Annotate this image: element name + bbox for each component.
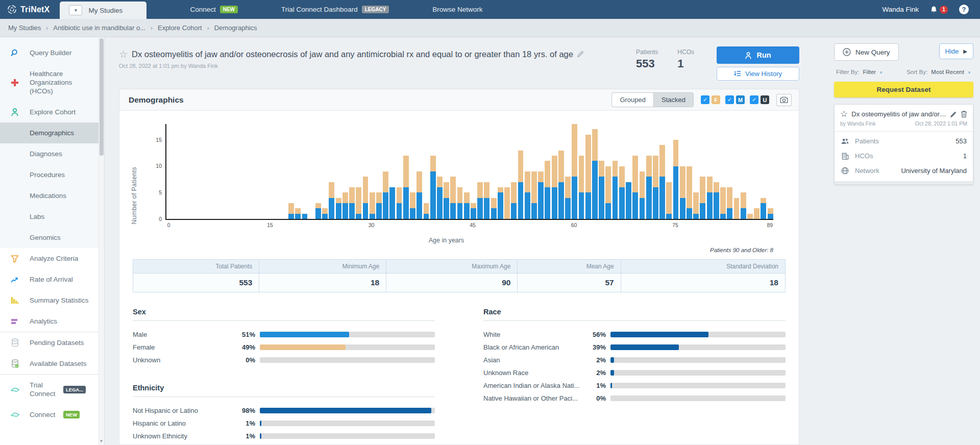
card-footer-strip [835,181,973,184]
card-row-patients: Patients 553 [835,134,973,149]
x-axis-ticks: 0153045607589 [165,222,773,230]
breadcrumb-study[interactable]: Antibiotic use in mandibular o... [53,24,145,32]
sidebar-item-connect[interactable]: Connect NEW [0,404,104,425]
sidebar-item-labs[interactable]: Labs [0,206,104,227]
request-dataset-button[interactable]: Request Dataset [834,82,973,97]
male-segment [424,214,429,219]
sidebar-item-demographics[interactable]: Demographics [0,122,104,143]
male-segment [457,203,463,219]
new-query-button[interactable]: New Query [834,43,899,61]
medical-cross-icon [0,79,30,87]
sidebar-item-rate-of-arrival[interactable]: Rate of Arrival [0,269,104,290]
filter-value[interactable]: Filter [863,69,876,75]
sort-by-control[interactable]: Sort By: Most Recent ▼ [906,69,971,75]
hide-panel-button[interactable]: Hide ▶ [939,43,973,59]
dist-label: Native Hawaiian or Other Paci... [483,394,584,402]
nav-tcd-label: Trial Connect Dashboard [281,6,358,13]
age-bar-age-76 [679,124,686,219]
dist-percent: 49% [234,343,255,351]
trinetx-logo[interactable]: TriNetX [0,0,60,19]
y-tick-0: 0 [159,216,166,222]
favorite-star-icon[interactable]: ☆ [840,110,848,118]
age-bar-age-0 [166,124,173,219]
breadcrumb-separator: › [207,24,209,32]
breadcrumb-my-studies[interactable]: My Studies [8,24,41,32]
age-bar-age-30 [369,124,376,219]
male-segment [572,177,577,219]
x-axis-label: Age in years [119,237,773,244]
sidebar-item-medications[interactable]: Medications [0,185,104,206]
view-history-button[interactable]: View History [717,67,799,81]
dist-bar-fill [260,332,349,337]
male-segment [397,203,402,219]
female-segment [471,203,476,208]
sidebar-item-query-builder[interactable]: Query Builder [0,42,104,63]
age-stats-header-row: Total PatientsMinimum AgeMaximum AgeMean… [133,260,786,274]
dist-bar-fill [610,357,614,363]
user-menu[interactable]: Wanda Fink [882,6,919,13]
male-segment [579,192,584,219]
y-tick-15: 15 [156,137,166,143]
filter-by-control[interactable]: Filter By: Filter ▼ [836,69,883,75]
female-segment [653,156,658,187]
sidebar-item-procedures[interactable]: Procedures [0,164,104,185]
nav-item-browse-network[interactable]: Browse Network [432,0,482,19]
notifications-button[interactable]: 1 [930,6,948,14]
tab-my-studies[interactable]: ▼ My Studies [60,2,146,19]
female-segment [646,156,652,177]
sidebar-item-pending-datasets[interactable]: Pending Datasets [0,332,104,353]
sidebar-item-trial-connect[interactable]: Trial Connect LEGA... [0,375,104,404]
nav-item-trial-connect-dashboard[interactable]: Trial Connect Dashboard LEGACY [281,0,389,19]
sidebar-item-hcos[interactable]: Healthcare Organizations (HCOs) [0,63,104,102]
sidebar-scrollbar[interactable]: ▼ [99,37,104,445]
female-segment [430,156,436,171]
brand-name: TriNetX [20,5,50,14]
favorite-star-icon[interactable]: ☆ [119,50,128,59]
grouped-toggle-button[interactable]: Grouped [611,92,653,107]
y-tick-10: 10 [156,163,166,169]
sidebar-item-analyze-criteria[interactable]: Analyze Criteria [0,248,104,269]
sort-value[interactable]: Most Recent [931,69,964,75]
dist-percent: 0% [234,356,255,364]
age-bar-age-4 [193,124,200,219]
edit-title-icon[interactable] [577,50,584,59]
delete-query-icon[interactable] [961,110,967,118]
my-studies-dropdown-button[interactable]: ▼ [69,5,82,15]
age-bar-age-84 [733,124,740,219]
age-bar-age-26 [342,124,349,219]
database-check-icon [0,359,30,368]
female-segment [754,208,760,219]
sidebar-item-analytics[interactable]: Analytics [0,311,104,332]
male-checkbox[interactable]: ✓ [725,95,734,104]
female-segment [376,192,382,203]
dist-row-unknown-race: Unknown Race2% [483,366,786,379]
age-bar-age-48 [491,124,497,219]
sidebar-item-explore-cohort[interactable]: Explore Cohort [0,102,104,122]
x-tick-30: 30 [369,222,375,228]
sidebar-item-diagnoses[interactable]: Diagnoses [0,143,104,164]
snapshot-camera-button[interactable] [776,94,792,106]
male-segment [680,198,685,219]
bell-icon [930,6,938,14]
female-segment [329,182,334,198]
saved-query-card[interactable]: ☆ Dx osteomyelitis of jaw and/or osteone… [834,104,973,185]
sidebar-item-summary-statistics[interactable]: Summary Statistics [0,290,104,311]
female-segment [768,208,773,213]
female-segment [457,187,463,203]
dist-bar-track [610,344,786,350]
legacy-badge: LEGA... [63,386,86,393]
nav-item-connect[interactable]: Connect NEW [190,0,238,19]
help-button[interactable]: ? [959,5,969,14]
breadcrumb-explore-cohort[interactable]: Explore Cohort [158,24,202,32]
female-checkbox[interactable]: ✓ [701,95,709,104]
sidebar-scroll-down-arrow[interactable]: ▼ [99,439,104,443]
stacked-toggle-button[interactable]: Stacked [653,92,694,107]
age-bar-age-62 [585,124,592,219]
sidebar-item-available-datasets[interactable]: Available Datasets [0,353,104,374]
new-badge: NEW [220,6,238,13]
unknown-checkbox[interactable]: ✓ [750,95,758,104]
run-button[interactable]: Run [717,46,799,64]
edit-query-icon[interactable] [950,111,957,118]
sidebar-item-genomics[interactable]: Genomics [0,227,104,248]
sidebar-scrollbar-thumb[interactable] [100,38,104,156]
